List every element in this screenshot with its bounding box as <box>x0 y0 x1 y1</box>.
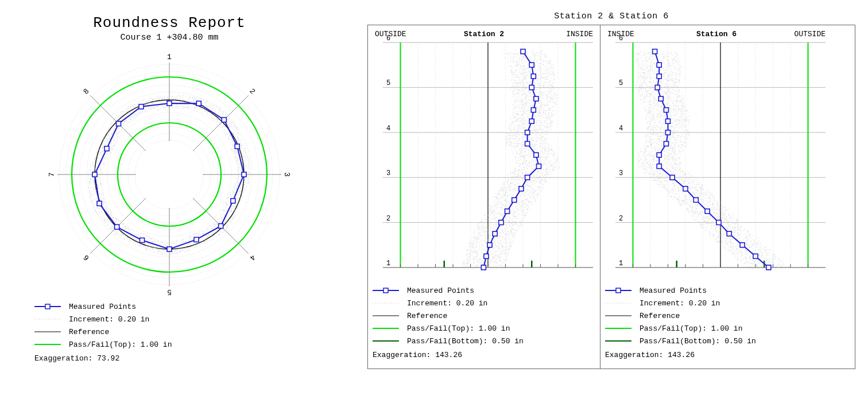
svg-rect-94 <box>484 254 489 258</box>
svg-text:2: 2 <box>386 215 390 223</box>
svg-rect-174 <box>658 96 663 101</box>
svg-text:7: 7 <box>49 172 56 177</box>
panel-right-label: OUTSIDE <box>794 30 826 38</box>
svg-text:2: 2 <box>248 87 257 96</box>
svg-text:8: 8 <box>82 87 91 96</box>
svg-rect-102 <box>536 164 541 169</box>
svg-text:4: 4 <box>386 125 390 133</box>
polar-legend: Measured Points Increment: 0.20 in Refer… <box>34 301 304 364</box>
roundness-report-panel: Roundness Report Course 1 +304.80 mm 123… <box>34 14 304 365</box>
svg-rect-172 <box>666 119 671 123</box>
svg-rect-162 <box>727 231 731 236</box>
svg-rect-104 <box>525 141 530 146</box>
svg-text:3: 3 <box>386 169 390 177</box>
svg-rect-111 <box>529 63 534 67</box>
svg-rect-107 <box>531 108 536 113</box>
svg-rect-110 <box>531 74 536 79</box>
svg-rect-103 <box>534 153 538 157</box>
svg-text:4: 4 <box>247 253 257 262</box>
svg-rect-177 <box>657 63 661 67</box>
svg-rect-163 <box>716 220 721 225</box>
svg-text:5: 5 <box>619 79 623 87</box>
station-legend: Measured Points Increment: 0.20 in Refer… <box>600 278 832 369</box>
svg-rect-43 <box>92 172 97 177</box>
svg-rect-108 <box>534 96 538 101</box>
svg-text:4: 4 <box>619 125 623 133</box>
svg-rect-41 <box>115 224 119 229</box>
svg-rect-165 <box>693 197 698 202</box>
svg-rect-159 <box>766 265 771 270</box>
station-panel-6: INSIDE Station 6 OUTSIDE 123456 Measured… <box>600 25 832 369</box>
svg-text:5: 5 <box>167 288 172 295</box>
svg-rect-109 <box>529 85 534 90</box>
stations-title: Station 2 & Station 6 <box>367 11 855 21</box>
svg-rect-93 <box>481 265 486 270</box>
svg-rect-36 <box>231 199 235 203</box>
svg-rect-32 <box>196 101 201 106</box>
svg-rect-38 <box>194 237 199 242</box>
svg-rect-99 <box>512 197 517 202</box>
svg-rect-100 <box>519 187 524 191</box>
svg-text:5: 5 <box>386 79 390 87</box>
svg-rect-170 <box>664 141 668 146</box>
svg-rect-45 <box>116 121 121 126</box>
legend-exaggeration: Exaggeration: 73.92 <box>34 354 119 363</box>
svg-rect-166 <box>683 187 688 191</box>
svg-rect-39 <box>167 247 172 251</box>
legend-passfail-top: Pass/Fail(Top): 1.00 in <box>69 340 172 349</box>
svg-rect-114 <box>383 288 388 293</box>
svg-rect-173 <box>664 108 668 113</box>
svg-point-47 <box>136 141 203 208</box>
roundness-title: Roundness Report <box>34 14 304 32</box>
svg-rect-164 <box>705 209 710 214</box>
svg-rect-167 <box>670 175 675 180</box>
panel-title: Station 2 <box>368 30 600 38</box>
legend-increment: Increment: 0.20 in <box>69 315 149 324</box>
legend-measured: Measured Points <box>69 303 136 311</box>
svg-rect-171 <box>666 130 671 135</box>
svg-text:3: 3 <box>619 169 623 177</box>
svg-rect-34 <box>235 144 239 149</box>
svg-rect-178 <box>653 49 657 54</box>
legend-reference: Reference <box>69 328 109 336</box>
svg-rect-106 <box>529 119 534 123</box>
svg-rect-169 <box>657 153 661 157</box>
svg-rect-168 <box>657 164 661 169</box>
roundness-subtitle: Course 1 +304.80 mm <box>34 33 304 42</box>
svg-rect-33 <box>222 118 226 122</box>
svg-rect-175 <box>655 85 660 90</box>
svg-rect-161 <box>740 243 745 247</box>
svg-rect-97 <box>499 220 503 225</box>
svg-rect-101 <box>525 175 530 180</box>
svg-text:1: 1 <box>386 259 390 267</box>
svg-rect-180 <box>616 288 621 293</box>
station-panels: Station 2 & Station 6 OUTSIDE Station 2 … <box>367 11 855 369</box>
panel-right-label: INSIDE <box>566 30 593 38</box>
svg-rect-37 <box>219 224 223 228</box>
svg-text:1: 1 <box>619 259 623 267</box>
svg-rect-105 <box>525 130 530 135</box>
svg-text:3: 3 <box>282 172 290 177</box>
svg-rect-176 <box>657 74 661 79</box>
svg-rect-96 <box>493 231 497 236</box>
station-legend: Measured Points Increment: 0.20 in Refer… <box>368 278 600 369</box>
polar-chart: 12345678 <box>49 54 290 295</box>
svg-rect-112 <box>521 49 525 54</box>
svg-rect-42 <box>97 201 102 206</box>
svg-rect-95 <box>487 243 492 247</box>
station-panel-2: OUTSIDE Station 2 INSIDE 123456 Measured… <box>368 25 600 369</box>
svg-rect-44 <box>104 146 109 151</box>
svg-rect-46 <box>139 104 144 109</box>
svg-text:6: 6 <box>82 253 91 262</box>
svg-rect-49 <box>45 304 50 309</box>
svg-text:2: 2 <box>619 215 623 223</box>
svg-text:1: 1 <box>167 54 172 61</box>
svg-rect-35 <box>242 172 246 177</box>
svg-rect-160 <box>753 254 758 258</box>
svg-rect-31 <box>167 101 172 106</box>
svg-rect-40 <box>140 238 145 243</box>
svg-rect-98 <box>505 209 510 214</box>
